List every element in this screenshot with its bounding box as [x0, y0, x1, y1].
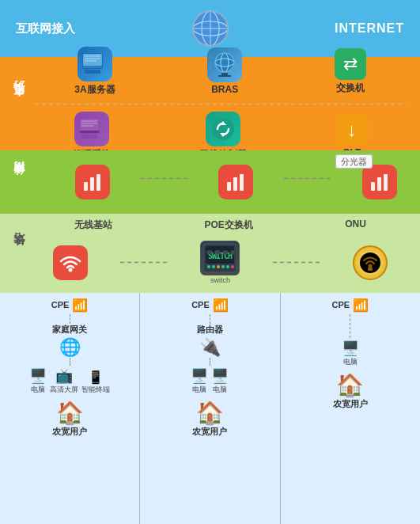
poe-label: POE交换机 — [204, 218, 252, 232]
transport-row: 传输网 分光器 — [0, 150, 420, 214]
house-area-3: 🏠 农宽用户 — [333, 372, 368, 410]
switch-machine-label: 交换机 — [336, 82, 365, 95]
onu-icon — [353, 245, 388, 280]
svg-rect-56 — [231, 251, 234, 254]
svg-rect-55 — [223, 251, 228, 254]
svg-rect-37 — [240, 174, 244, 191]
svg-rect-8 — [83, 54, 102, 66]
bar-chart-3 — [369, 171, 391, 193]
broadcast-label: 广电机房 — [8, 101, 28, 107]
wifi-ctrl-svg — [209, 115, 237, 143]
switch-svg: SWITCH — [202, 243, 237, 273]
computer-label-2: 电脑 — [192, 385, 206, 395]
3a-server-label: 3A服务器 — [74, 83, 115, 97]
trans-dashed-1 — [141, 177, 188, 180]
house-icon-2: 🏠 — [196, 400, 224, 426]
svg-rect-41 — [384, 174, 388, 191]
onu-label: ONU — [345, 218, 366, 232]
svg-rect-35 — [227, 182, 231, 191]
svg-rect-10 — [85, 70, 100, 74]
computer-icon-3: 🖥️ 电脑 — [211, 367, 229, 395]
computer-label-4: 电脑 — [343, 357, 358, 367]
users-row: CPE 📶 家庭网关 🌐 🖥️ 电脑 📺 高清大屏 — [0, 293, 420, 524]
tv-icon-1: 📺 高清大屏 — [50, 367, 78, 395]
svg-rect-32 — [90, 177, 94, 191]
computer-icon-2: 🖥️ 电脑 — [191, 367, 208, 395]
svg-rect-31 — [84, 182, 88, 191]
tower-dashed-2 — [273, 261, 320, 264]
wifi-base-label: 无线基站 — [74, 218, 112, 232]
cpe-wifi-3: 📶 — [353, 298, 369, 313]
v-line-1 — [70, 314, 70, 324]
onu-svg — [358, 251, 382, 275]
svg-rect-18 — [221, 73, 228, 75]
svg-rect-39 — [371, 182, 375, 191]
tv-label-1: 高清大屏 — [50, 385, 78, 395]
phone-icon-1: 📱 智能终端 — [81, 370, 110, 395]
cpe-label-3: CPE — [332, 300, 350, 309]
v-line-4 — [210, 358, 210, 366]
v-line-3 — [210, 314, 210, 324]
phone-label-1: 智能终端 — [81, 385, 110, 395]
svg-rect-40 — [377, 177, 381, 191]
svg-rect-33 — [96, 174, 100, 191]
user-section: CPE 📶 家庭网关 🌐 🖥️ 电脑 📺 高清大屏 — [0, 293, 420, 524]
devices-row-2: 🖥️ 电脑 🖥️ 电脑 — [191, 367, 229, 395]
svg-point-59 — [369, 264, 373, 268]
svg-rect-22 — [80, 119, 99, 131]
switch-machine-icon: ⇄ 交换机 — [335, 48, 366, 95]
svg-point-50 — [221, 265, 225, 268]
svg-rect-24 — [81, 135, 97, 139]
router-label-2: 路由器 — [197, 324, 223, 336]
user-label-1: 农宽用户 — [52, 426, 87, 438]
router-icon-2: 🔌 — [199, 337, 221, 358]
internet-connector-line — [210, 55, 211, 73]
internet-row-label: 互联网接入 — [16, 21, 75, 36]
tower-dashed-1 — [120, 261, 168, 264]
devices-row-3: 🖥️ 电脑 — [342, 340, 359, 367]
user-col-3: CPE 📶 🖥️ 电脑 🏠 农宽用户 — [281, 293, 420, 524]
bras-icon: BRAS — [207, 47, 242, 95]
v-line-5 — [350, 314, 350, 338]
svg-rect-53 — [207, 251, 212, 254]
cpe-label-2: CPE — [191, 300, 210, 309]
house-icon-1: 🏠 — [56, 400, 84, 426]
wifi-base-svg — [58, 250, 83, 275]
trans-dashed-2 — [284, 177, 331, 180]
svg-rect-60 — [368, 268, 373, 271]
cpe-wifi-2: 📶 — [213, 298, 229, 313]
user-label-3: 农宽用户 — [333, 398, 368, 410]
bras-label: BRAS — [211, 84, 238, 95]
computer-label-3: 电脑 — [213, 385, 227, 395]
wifi-base-icon — [53, 245, 88, 280]
svg-rect-23 — [80, 131, 99, 133]
tower-label: 铁塔 — [8, 252, 28, 255]
computer-label-1: 电脑 — [31, 385, 45, 395]
bar-chart-1 — [81, 171, 104, 193]
house-icon-3: 🏠 — [336, 372, 364, 398]
devices-row-1: 🖥️ 电脑 📺 高清大屏 📱 智能终端 — [29, 367, 110, 395]
transport-label: 传输网 — [8, 180, 28, 184]
3a-server-svg — [81, 50, 109, 78]
broadcast-h-dashed — [35, 103, 406, 105]
switch-arrows: ⇄ — [343, 54, 358, 74]
user-col-1: CPE 📶 家庭网关 🌐 🖥️ 电脑 📺 高清大屏 — [0, 293, 140, 524]
v-line-2 — [70, 358, 70, 366]
manage-svg — [78, 115, 106, 143]
svg-point-42 — [68, 268, 72, 271]
trans-icon-1 — [75, 165, 110, 199]
svg-point-48 — [212, 265, 215, 268]
user-col-2: CPE 📶 路由器 🔌 🖥️ 电脑 🖥️ 电脑 — [140, 293, 280, 524]
gateway-label-1: 家庭网关 — [52, 324, 87, 336]
svg-point-52 — [231, 265, 234, 268]
user-label-2: 农宽用户 — [192, 426, 227, 438]
trans-icon-2 — [218, 165, 253, 199]
svg-rect-36 — [233, 177, 237, 191]
poe-switch-icon: SWITCH — [200, 241, 240, 284]
switch-sub-label: switch — [210, 276, 230, 284]
svg-point-49 — [217, 265, 220, 268]
3a-server-icon: 3A服务器 — [74, 47, 115, 97]
gateway-icon-1: 🌐 — [59, 337, 81, 358]
svg-rect-54 — [215, 251, 220, 254]
house-area-2: 🏠 农宽用户 — [192, 400, 227, 438]
